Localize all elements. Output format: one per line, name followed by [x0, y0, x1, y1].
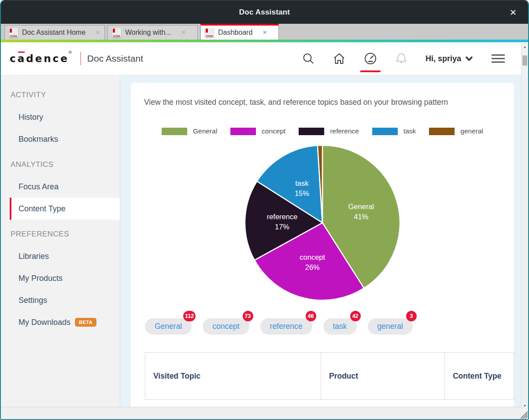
scrollbar-thumb[interactable]	[522, 55, 527, 66]
pie-slice-label: 17%	[275, 223, 289, 231]
app-name: Doc Assistant	[87, 53, 143, 64]
legend-swatch	[372, 128, 398, 135]
scroll-down-arrow[interactable]: ▼	[522, 402, 528, 409]
filter-pill-general-cap[interactable]: General 112	[145, 318, 192, 335]
count-badge: 112	[183, 311, 196, 321]
visited-topics-table: Visited Topic Product Content Type	[145, 352, 514, 400]
tab-label: Doc Assistant Home	[22, 29, 85, 37]
chevron-down-icon	[466, 56, 473, 61]
column-header-product: Product	[321, 353, 444, 400]
sidebar-item-focus-area[interactable]: Focus Area	[10, 176, 120, 198]
column-header-visited-topic: Visited Topic	[145, 353, 321, 400]
status-bar	[1, 407, 528, 419]
count-badge: 46	[306, 311, 316, 321]
scroll-up-arrow[interactable]: ▲	[522, 43, 528, 50]
sidebar-item-my-downloads[interactable]: My Downloads BETA	[10, 311, 120, 333]
sidebar-nav: ACTIVITY History Bookmarks ANALYTICS Foc…	[1, 75, 120, 407]
home-icon[interactable]	[333, 52, 345, 65]
window-titlebar[interactable]: Doc Assistant ✕	[1, 1, 528, 24]
hamburger-menu-icon[interactable]	[491, 54, 505, 63]
legend-item: general	[429, 127, 483, 135]
notifications-bell-icon[interactable]	[396, 52, 407, 65]
cdns-doc-icon: CDNS	[205, 28, 214, 37]
tab-working-with[interactable]: CDNS Working with... ×	[107, 25, 198, 40]
tab-close-icon[interactable]: ×	[263, 28, 267, 37]
pie-slice-label: 15%	[295, 189, 309, 197]
tab-dashboard[interactable]: CDNS Dashboard ×	[200, 24, 279, 40]
pie-chart-svg: General41%concept26%reference17%task15%	[241, 141, 404, 304]
sidebar-item-bookmarks[interactable]: Bookmarks	[10, 128, 120, 150]
legend-swatch	[230, 128, 256, 135]
tab-doc-assistant-home[interactable]: CDNS Doc Assistant Home ×	[4, 25, 105, 40]
pie-slice-label: reference	[267, 213, 298, 221]
filter-pill-reference[interactable]: reference 46	[260, 318, 312, 335]
dashboard-active-indicator	[360, 70, 381, 72]
content-type-filters: General 112 concept 73 reference 46 task…	[145, 318, 514, 335]
count-badge: 73	[243, 311, 253, 321]
cdns-doc-icon: CDNS	[112, 28, 121, 37]
tab-label: Working with...	[125, 29, 171, 37]
header-actions: Hi, spriya	[302, 52, 528, 65]
registered-mark: ®	[68, 50, 74, 55]
cadence-logo-text: cadence®	[10, 53, 75, 64]
legend-swatch	[162, 128, 187, 135]
scrollbar-track[interactable]	[522, 50, 528, 402]
legend-swatch	[299, 128, 324, 135]
dashboard-icon[interactable]	[364, 52, 377, 65]
tab-close-icon[interactable]: ×	[96, 28, 100, 37]
search-icon[interactable]	[302, 52, 314, 65]
sidebar-item-my-products[interactable]: My Products	[10, 267, 120, 289]
sidebar-section-analytics: ANALYTICS	[1, 154, 120, 176]
pie-chart[interactable]: General41%concept26%reference17%task15%	[131, 141, 514, 304]
legend-item: concept	[230, 127, 285, 135]
cdns-doc-icon: CDNS	[9, 28, 18, 37]
sidebar-section-activity: ACTIVITY	[1, 84, 120, 106]
window-title: Doc Assistant	[239, 8, 290, 17]
legend-item: task	[372, 127, 416, 135]
filter-pill-task[interactable]: task 42	[323, 318, 357, 335]
filter-pill-concept[interactable]: concept 73	[203, 318, 249, 335]
beta-badge: BETA	[75, 318, 96, 327]
pie-slice-label: General	[348, 203, 374, 211]
app-header: cadence® Doc Assistant	[1, 42, 528, 75]
cadence-logo: cadence® Doc Assistant	[10, 52, 143, 65]
pie-slice-label: task	[295, 179, 309, 187]
user-menu[interactable]: Hi, spriya	[425, 54, 473, 63]
main-content: View the most visited concept, task, and…	[120, 75, 528, 407]
legend-swatch	[429, 128, 455, 135]
user-greeting: Hi, spriya	[425, 54, 461, 63]
legend-item: General	[162, 127, 217, 135]
dashboard-card: View the most visited concept, task, and…	[131, 83, 514, 409]
count-badge: 3	[406, 311, 417, 321]
filter-pill-general[interactable]: general 3	[368, 318, 413, 335]
logo-divider	[80, 52, 81, 65]
sidebar-item-settings[interactable]: Settings	[10, 289, 120, 311]
window-close-button[interactable]: ✕	[510, 7, 517, 18]
sidebar-section-preferences: PREFERENCES	[1, 223, 120, 245]
pie-slice-label: 41%	[354, 213, 368, 221]
sidebar-item-content-type[interactable]: Content Type	[10, 198, 120, 220]
sidebar-item-libraries[interactable]: Libraries	[10, 245, 120, 267]
pie-slice-label: 26%	[305, 263, 320, 271]
tab-close-icon[interactable]: ×	[181, 28, 186, 37]
tab-label: Dashboard	[218, 29, 252, 37]
count-badge: 42	[350, 311, 361, 321]
app-window: Doc Assistant ✕ CDNS Doc Assistant Home …	[0, 0, 529, 420]
resize-grip[interactable]	[517, 408, 528, 419]
sidebar-item-history[interactable]: History	[10, 106, 120, 128]
tab-strip: CDNS Doc Assistant Home × CDNS Working w…	[1, 24, 528, 40]
chart-description: View the most visited concept, task, and…	[144, 96, 484, 108]
chart-legend: General concept reference task general	[131, 127, 514, 135]
pie-slice-label: concept	[300, 253, 325, 261]
vertical-scrollbar[interactable]: ▲ ▼	[521, 43, 528, 409]
column-header-content-type: Content Type	[444, 353, 514, 400]
legend-item: reference	[299, 127, 359, 135]
